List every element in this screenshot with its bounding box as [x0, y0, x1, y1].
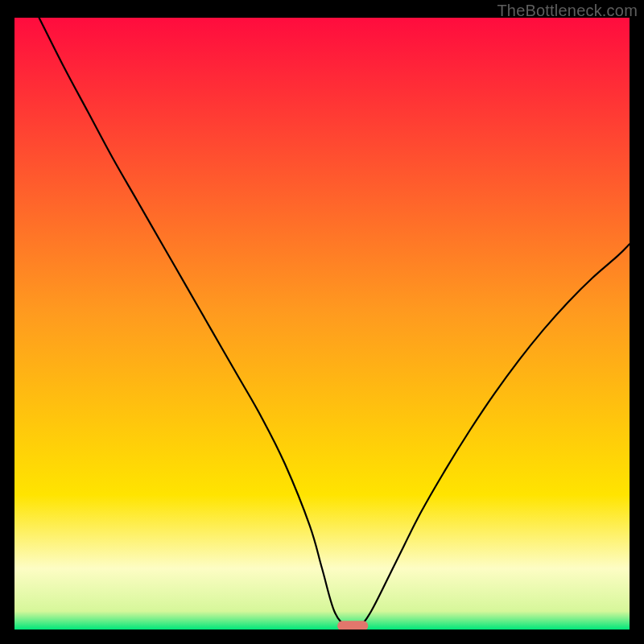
- watermark-text: TheBottleneck.com: [497, 2, 638, 20]
- optimum-marker: [337, 621, 368, 630]
- bottleneck-chart: [14, 18, 630, 630]
- chart-frame: TheBottleneck.com: [0, 0, 644, 644]
- gradient-background: [14, 18, 630, 630]
- plot-area: [14, 18, 630, 630]
